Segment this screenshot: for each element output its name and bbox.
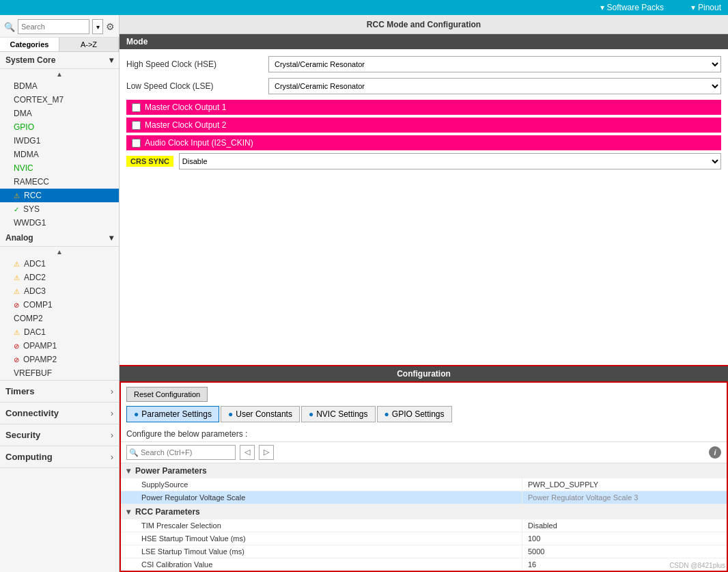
sidebar-item-comp1[interactable]: COMP1 xyxy=(0,298,119,312)
search-prev-btn[interactable]: ◁ xyxy=(240,445,255,460)
expand-icon-rcc: ▾ xyxy=(126,507,130,517)
audio-clock-row: Audio Clock Input (I2S_CKIN) xyxy=(126,135,721,150)
section-label-system-core: System Core xyxy=(5,55,55,65)
sidebar-item-comp2[interactable]: COMP2 xyxy=(0,312,119,325)
master-clock-2-checkbox[interactable] xyxy=(132,121,141,130)
param-search-input[interactable] xyxy=(126,445,236,460)
configure-text: Configure the below parameters : xyxy=(121,426,727,442)
master-clock-1-checkbox[interactable] xyxy=(132,103,141,112)
config-area: Reset Configuration ● Parameter Settings… xyxy=(120,381,728,573)
lse-label: Low Speed Clock (LSE) xyxy=(126,81,263,91)
section-system-core: System Core ▾ ▲ BDMA CORTEX_M7 DMA GPIO … xyxy=(0,52,119,230)
section-header-system-core[interactable]: System Core ▾ xyxy=(0,52,119,69)
tab-categories[interactable]: Categories xyxy=(0,38,59,51)
master-clock-2-label: Master Clock Output 2 xyxy=(145,120,226,130)
config-tabs: ● Parameter Settings ● User Constants ● … xyxy=(121,406,727,426)
hse-select[interactable]: Crystal/Ceramic Resonator xyxy=(268,56,721,72)
sidebar-item-adc2[interactable]: ADC2 xyxy=(0,271,119,284)
sidebar-item-ramecc[interactable]: RAMECC xyxy=(0,175,119,189)
config-title-bar: Configuration xyxy=(120,365,728,381)
tab-parameter-settings[interactable]: ● Parameter Settings xyxy=(126,406,219,422)
sidebar-item-adc1[interactable]: ADC1 xyxy=(0,257,119,271)
reset-config-button[interactable]: Reset Configuration xyxy=(126,387,208,402)
sidebar-item-wwdg1[interactable]: WWDG1 xyxy=(0,216,119,230)
section-analog: Analog ▾ ▲ ADC1 ADC2 ADC3 COMP1 COMP2 DA… xyxy=(0,230,119,380)
sidebar-item-opamp2[interactable]: OPAMP2 xyxy=(0,353,119,366)
gear-icon[interactable]: ⚙ xyxy=(106,21,115,32)
param-row-supply-source: SupplySource PWR_LDO_SUPPLY xyxy=(121,478,727,491)
pinout-btn[interactable]: ▾ Pinout xyxy=(691,3,721,12)
sidebar-search-area: 🔍 ▾ ⚙ xyxy=(0,15,119,38)
tab-gpio-settings[interactable]: ● GPIO Settings xyxy=(377,406,452,422)
nav-timers[interactable]: Timers › xyxy=(0,381,119,403)
lse-select[interactable]: Crystal/Ceramic Resonator xyxy=(268,78,721,94)
nav-connectivity[interactable]: Connectivity › xyxy=(0,403,119,424)
rcc-title: RCC Mode and Configuration xyxy=(120,15,728,34)
search-icon: 🔍 xyxy=(129,448,139,457)
param-table: ▾ Power Parameters SupplySource PWR_LDO_… xyxy=(121,463,727,573)
scroll-up-analog[interactable]: ▲ xyxy=(0,247,119,257)
chevron-down-icon: ▾ xyxy=(600,3,604,12)
check-icon-nvic: ● xyxy=(309,409,313,419)
sidebar-item-dma[interactable]: DMA xyxy=(0,107,119,120)
sidebar-item-mdma[interactable]: MDMA xyxy=(0,148,119,161)
nav-computing[interactable]: Computing › xyxy=(0,446,119,468)
param-group-power[interactable]: ▾ Power Parameters xyxy=(121,463,727,478)
search-wrap: 🔍 xyxy=(126,445,236,460)
collapse-icon-analog: ▾ xyxy=(109,233,113,243)
param-row-hse-startup: HSE Startup Timout Value (ms) 100 xyxy=(121,532,727,545)
tab-az[interactable]: A->Z xyxy=(59,38,119,51)
sidebar-tabs: Categories A->Z xyxy=(0,38,119,52)
sidebar-item-adc3[interactable]: ADC3 xyxy=(0,284,119,298)
mode-section-header: Mode xyxy=(120,34,728,49)
mode-spacer xyxy=(120,176,728,365)
param-row-tim-prescaler: TIM Prescaler Selection Disabled xyxy=(121,519,727,532)
sidebar: 🔍 ▾ ⚙ Categories A->Z System Core ▾ ▲ BD… xyxy=(0,15,120,572)
main-content: RCC Mode and Configuration Mode High Spe… xyxy=(120,15,728,572)
check-icon-user: ● xyxy=(228,409,233,419)
check-icon-gpio: ● xyxy=(384,409,389,419)
sidebar-item-bdma[interactable]: BDMA xyxy=(0,79,119,93)
scroll-up-arrow[interactable]: ▲ xyxy=(0,69,119,79)
sidebar-item-iwdg1[interactable]: IWDG1 xyxy=(0,134,119,148)
param-row-csi-cal: CSI Calibration Value 16 xyxy=(121,558,727,571)
nav-security[interactable]: Security › xyxy=(0,424,119,446)
sidebar-item-rcc[interactable]: RCC xyxy=(0,189,119,202)
audio-clock-checkbox[interactable] xyxy=(132,139,141,148)
section-header-analog[interactable]: Analog ▾ xyxy=(0,230,119,247)
sidebar-item-nvic[interactable]: NVIC xyxy=(0,161,119,175)
sidebar-item-opamp1[interactable]: OPAMP1 xyxy=(0,339,119,353)
hse-label: High Speed Clock (HSE) xyxy=(126,59,263,69)
crs-label: CRS SYNC xyxy=(126,156,173,167)
crs-row: CRS SYNC Disable xyxy=(126,153,721,169)
param-row-voltage-scale[interactable]: Power Regulator Voltage Scale Power Regu… xyxy=(121,491,727,504)
sidebar-search-dropdown[interactable]: ▾ xyxy=(92,19,103,34)
config-toolbar: Reset Configuration xyxy=(121,383,727,406)
mode-content: High Speed Clock (HSE) Crystal/Ceramic R… xyxy=(120,49,728,176)
sidebar-search-input[interactable] xyxy=(18,19,89,34)
sidebar-item-dac1[interactable]: DAC1 xyxy=(0,325,119,339)
tab-user-constants[interactable]: ● User Constants xyxy=(221,406,300,422)
check-icon-param: ● xyxy=(134,409,139,419)
expand-icon: ▾ xyxy=(126,466,130,476)
sidebar-item-sys[interactable]: SYS xyxy=(0,202,119,216)
collapse-icon: ▾ xyxy=(109,55,113,65)
bottom-nav: Timers › Connectivity › Security › Compu… xyxy=(0,380,119,468)
software-packs-btn[interactable]: ▾ Software Packs xyxy=(600,3,664,12)
param-group-rcc[interactable]: ▾ RCC Parameters xyxy=(121,504,727,519)
sidebar-item-vrefbuf[interactable]: VREFBUF xyxy=(0,366,119,380)
crs-select[interactable]: Disable xyxy=(179,153,721,169)
master-clock-2-row: Master Clock Output 2 xyxy=(126,118,721,133)
param-row-lse-startup: LSE Startup Timout Value (ms) 5000 xyxy=(121,545,727,558)
tab-nvic-settings[interactable]: ● NVIC Settings xyxy=(301,406,376,422)
search-next-btn[interactable]: ▷ xyxy=(259,445,274,460)
search-row: 🔍 ◁ ▷ i xyxy=(121,442,727,463)
chevron-down-icon: ▾ xyxy=(691,3,695,12)
sidebar-item-cortex-m7[interactable]: CORTEX_M7 xyxy=(0,93,119,107)
sidebar-item-gpio[interactable]: GPIO xyxy=(0,120,119,134)
hse-row: High Speed Clock (HSE) Crystal/Ceramic R… xyxy=(126,56,721,72)
master-clock-1-row: Master Clock Output 1 xyxy=(126,100,721,115)
info-icon[interactable]: i xyxy=(709,446,721,459)
watermark: CSDN @8421plus xyxy=(669,562,725,569)
section-label-analog: Analog xyxy=(5,233,33,243)
